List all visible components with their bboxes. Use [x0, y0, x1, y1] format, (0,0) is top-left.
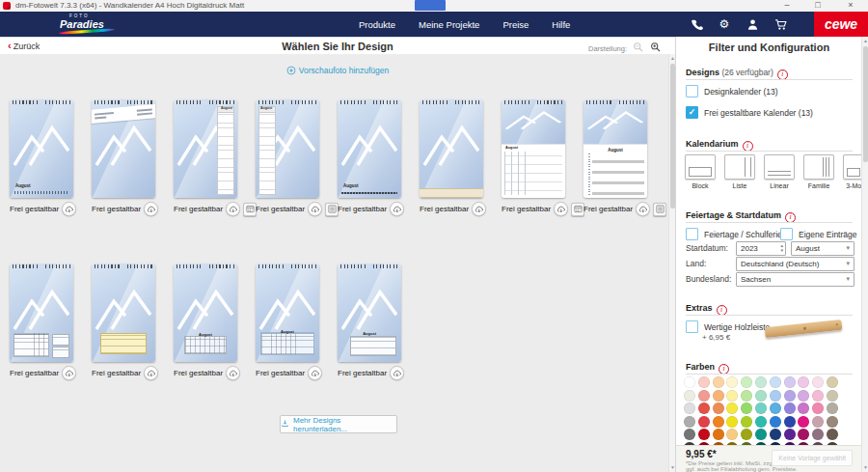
color-swatch[interactable]	[755, 390, 767, 402]
color-swatch[interactable]	[798, 390, 809, 402]
color-swatch[interactable]	[770, 403, 781, 414]
color-swatch[interactable]	[827, 403, 838, 414]
color-swatch[interactable]	[755, 403, 767, 414]
color-swatch[interactable]	[798, 416, 809, 428]
color-swatch[interactable]	[770, 390, 781, 402]
design-thumbnail-grid-wide[interactable]: August	[256, 264, 319, 362]
sidebar-scrollbar[interactable]: ▲ ▼	[861, 37, 868, 472]
user-icon[interactable]	[746, 17, 759, 31]
kalendarium-option-linear[interactable]: Linear	[763, 154, 796, 189]
spinner-arrows-icon[interactable]: ▴▾	[780, 243, 783, 253]
scroll-up-arrow[interactable]: ▲	[862, 37, 868, 45]
design-thumbnail-grid-center[interactable]: August	[174, 264, 237, 362]
color-swatch[interactable]	[713, 429, 724, 440]
checkbox-checked[interactable]: ✓	[686, 106, 698, 119]
fotoparadies-logo[interactable]: FOTO Paradies	[56, 14, 123, 35]
designkalender-checkbox[interactable]: Designkalender (13)	[686, 85, 778, 97]
color-swatch[interactable]	[726, 429, 738, 440]
color-swatch[interactable]	[770, 376, 781, 388]
nav-item-preise[interactable]: Preise	[502, 19, 529, 30]
more-designs-button[interactable]: Mehr Designs herunterladen...	[280, 415, 397, 433]
color-swatch[interactable]	[684, 416, 695, 428]
design-thumbnail-grid-yellow[interactable]	[92, 264, 155, 362]
checkbox-unchecked[interactable]	[686, 85, 698, 97]
design-thumbnail-plain[interactable]: August	[10, 99, 73, 198]
design-thumbnail-strip-cream[interactable]	[420, 99, 483, 198]
color-swatch[interactable]	[741, 390, 752, 402]
kalendarium-option-liste[interactable]: Liste	[723, 154, 756, 189]
color-swatch[interactable]	[784, 376, 796, 388]
design-thumbnail-familie[interactable]: August	[502, 99, 565, 198]
color-swatch[interactable]	[798, 376, 809, 388]
color-swatch[interactable]	[726, 376, 738, 388]
color-swatch[interactable]	[755, 376, 767, 388]
list-type-icon[interactable]	[653, 203, 666, 216]
color-swatch[interactable]	[698, 376, 710, 388]
color-swatch[interactable]	[812, 403, 824, 414]
color-swatch[interactable]	[741, 376, 752, 388]
color-swatch[interactable]	[698, 416, 710, 428]
nav-item-meine-projekte[interactable]: Meine Projekte	[419, 19, 479, 30]
color-swatch[interactable]	[798, 429, 809, 440]
close-button[interactable]: ×	[839, 0, 862, 11]
color-swatch[interactable]	[726, 416, 738, 428]
minimize-button[interactable]: –	[775, 0, 799, 11]
kalendarium-option-familie[interactable]: Familie	[802, 154, 835, 189]
feiertage-checkbox[interactable]: Feiertage / Schulferien	[686, 228, 787, 240]
nav-item-produkte[interactable]: Produkte	[359, 19, 395, 30]
color-swatch[interactable]	[770, 429, 781, 440]
color-swatch[interactable]	[684, 390, 695, 402]
color-swatch[interactable]	[784, 390, 796, 402]
color-swatch[interactable]	[684, 376, 695, 388]
month-select[interactable]: August▾	[791, 241, 854, 256]
color-swatch[interactable]	[684, 403, 695, 414]
scroll-down-arrow[interactable]: ▼	[862, 463, 868, 472]
maximize-button[interactable]: □	[806, 0, 829, 11]
color-swatch[interactable]	[784, 416, 796, 428]
color-swatch[interactable]	[726, 403, 738, 414]
nav-item-hilfe[interactable]: Hilfe	[552, 19, 570, 30]
color-swatch[interactable]	[741, 429, 752, 440]
bundesland-select[interactable]: Sachsen▾	[736, 272, 854, 287]
color-swatch[interactable]	[798, 403, 809, 414]
color-swatch[interactable]	[755, 429, 767, 440]
color-swatch[interactable]	[741, 416, 752, 428]
design-thumbnail-linear[interactable]: August	[583, 99, 647, 198]
color-swatch[interactable]	[698, 403, 710, 414]
year-spinner[interactable]: 2023 ▴▾	[736, 241, 786, 256]
color-swatch[interactable]	[784, 429, 796, 440]
color-swatch[interactable]	[812, 376, 824, 388]
color-swatch[interactable]	[698, 390, 710, 402]
design-thumbnail-m3[interactable]	[10, 264, 73, 362]
design-thumbnail-grid-right[interactable]: August	[338, 264, 401, 362]
color-swatch[interactable]	[812, 429, 824, 440]
design-thumbnail-plain-ruler[interactable]: August	[338, 99, 401, 198]
land-select[interactable]: Deutschland (Deutsch)▾	[736, 257, 854, 271]
scrollbar-thumb[interactable]	[863, 46, 868, 162]
color-swatch[interactable]	[827, 376, 838, 388]
color-swatch[interactable]	[713, 390, 724, 402]
color-swatch[interactable]	[812, 390, 824, 402]
kalendarium-option-block[interactable]: Block	[684, 154, 717, 189]
color-swatch[interactable]	[684, 429, 695, 440]
design-thumbnail-col-right[interactable]: August	[174, 99, 237, 198]
color-swatch[interactable]	[812, 416, 824, 428]
color-swatch[interactable]	[726, 390, 738, 402]
frei-gestaltbare-checkbox[interactable]: ✓ Frei gestaltbare Kalender (13)	[686, 106, 813, 119]
checkbox-unchecked[interactable]	[780, 228, 793, 240]
color-swatch[interactable]	[713, 376, 724, 388]
color-swatch[interactable]	[713, 416, 724, 428]
color-swatch[interactable]	[698, 429, 710, 440]
cart-icon[interactable]	[773, 17, 787, 31]
design-thumbnail-col-left[interactable]: August	[256, 99, 319, 198]
checkbox-unchecked[interactable]	[686, 228, 698, 240]
holzleiste-checkbox[interactable]: Wertige Holzleiste	[686, 320, 770, 333]
color-swatch[interactable]	[827, 429, 838, 440]
color-swatch[interactable]	[770, 416, 781, 428]
gear-icon[interactable]: ⚙	[718, 17, 731, 31]
no-template-button[interactable]: Keine Vorlage gewählt	[772, 450, 853, 466]
color-swatch[interactable]	[784, 403, 796, 414]
color-swatch[interactable]	[755, 416, 767, 428]
color-swatch[interactable]	[741, 403, 752, 414]
color-swatch[interactable]	[827, 390, 838, 402]
